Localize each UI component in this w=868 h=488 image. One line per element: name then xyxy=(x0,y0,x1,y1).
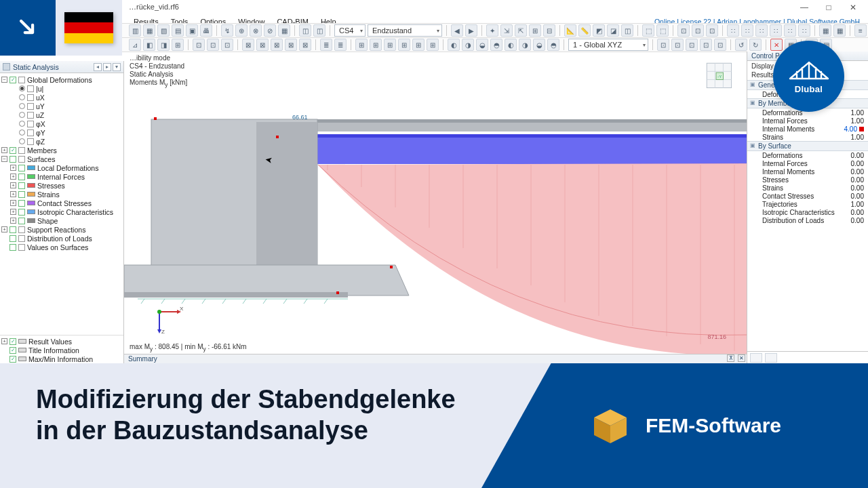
tree-expander[interactable]: + xyxy=(1,338,7,344)
tb-icon[interactable]: ◫ xyxy=(299,24,311,37)
tb-icon[interactable]: ⊡ xyxy=(221,39,233,51)
tree-cb[interactable] xyxy=(27,85,34,92)
tree-item-ux[interactable]: uX xyxy=(36,94,45,102)
tree-checkbox[interactable] xyxy=(18,200,25,207)
tb-icon[interactable]: ⊟ xyxy=(543,24,555,37)
tree-cb[interactable] xyxy=(27,112,34,119)
tree-expander[interactable]: + xyxy=(10,209,16,215)
tree-radio[interactable] xyxy=(19,121,25,127)
tree-dist-loads[interactable]: Distribution of Loads xyxy=(27,235,92,243)
tree-radio[interactable] xyxy=(19,94,25,100)
tb-icon[interactable]: ⇱ xyxy=(515,24,527,37)
tree-cb[interactable] xyxy=(27,138,34,145)
tree-checkbox[interactable] xyxy=(18,165,25,171)
tb-icon[interactable]: ◫ xyxy=(621,24,633,37)
tb-icon[interactable]: ◧ xyxy=(143,39,155,51)
cp-statusbar-button[interactable] xyxy=(750,353,762,363)
tree-expander[interactable]: + xyxy=(10,174,16,180)
tree-surfaces[interactable]: Surfaces xyxy=(27,155,55,163)
tb-icon[interactable]: ◩ xyxy=(593,24,605,37)
cp-row[interactable]: Deformations0.00 xyxy=(747,151,868,159)
tree-expander[interactable]: + xyxy=(10,165,16,171)
tb-icon[interactable]: ⊞ xyxy=(398,39,410,51)
tb-icon[interactable]: ◫ xyxy=(313,24,326,37)
cp-statusbar-button[interactable] xyxy=(765,353,777,363)
tb-pointer-icon[interactable]: ✦ xyxy=(486,24,498,37)
tb-icon[interactable]: 📐 xyxy=(564,24,576,37)
tree-checkbox[interactable] xyxy=(18,191,25,198)
tb-icon[interactable]: ≣ xyxy=(320,39,332,51)
tb-icon[interactable]: ⊡ xyxy=(714,39,726,51)
tb-icon[interactable]: ◐ xyxy=(505,39,517,51)
tb-icon[interactable]: ⊡ xyxy=(686,39,698,51)
tree-checkbox[interactable] xyxy=(9,156,16,163)
tb-delete-icon[interactable]: ✕ xyxy=(770,39,783,51)
tb-icon[interactable]: ⊿ xyxy=(129,39,141,51)
tb-icon[interactable]: ↯ xyxy=(221,24,233,37)
tb-icon[interactable]: ▧ xyxy=(157,24,170,37)
tb-icon[interactable]: ⊞ xyxy=(355,39,368,51)
combo-construction-stage[interactable]: CS4 xyxy=(334,24,366,37)
tb-icon[interactable]: ∷ xyxy=(741,24,753,37)
cp-row[interactable]: Strains1.00 xyxy=(747,133,868,141)
tree-checkbox[interactable] xyxy=(9,338,16,345)
tree-item-uz[interactable]: uZ xyxy=(36,111,44,119)
tb-icon[interactable]: 📏 xyxy=(578,24,591,37)
tb-icon[interactable]: ⊡ xyxy=(692,24,704,37)
tree-expander[interactable]: − xyxy=(1,77,7,83)
tb-icon[interactable]: ◑ xyxy=(462,39,474,51)
cp-row[interactable]: Strains0.00 xyxy=(747,184,868,192)
window-maximize-button[interactable]: □ xyxy=(816,1,841,14)
tb-icon[interactable]: ◒ xyxy=(533,39,545,51)
tree-global-deformations[interactable]: Global Deformations xyxy=(27,76,92,84)
nav-head-btn[interactable]: ◂ xyxy=(94,63,102,71)
tree-cb[interactable] xyxy=(27,94,34,101)
tree-checkbox-gray[interactable] xyxy=(18,77,25,83)
tree-item-uy[interactable]: uY xyxy=(36,102,45,110)
tb-icon[interactable]: ⊠ xyxy=(256,39,269,51)
tree-cb[interactable] xyxy=(18,156,25,163)
tb-icon[interactable]: ∷ xyxy=(770,24,782,37)
tree-item-phiy[interactable]: φY xyxy=(36,129,45,137)
cp-row[interactable]: Stresses0.00 xyxy=(747,176,868,184)
tb-icon[interactable]: ∷ xyxy=(727,24,739,37)
tree-radio[interactable] xyxy=(19,112,25,118)
tree-expander[interactable]: − xyxy=(1,156,7,162)
tb-icon[interactable]: ⊡ xyxy=(657,39,669,51)
tree-cb[interactable] xyxy=(18,235,25,242)
tree-stresses[interactable]: Stresses xyxy=(37,182,65,190)
tb-icon[interactable]: ◑ xyxy=(519,39,531,51)
tree-radio[interactable] xyxy=(19,85,25,92)
tree-item-phix[interactable]: φX xyxy=(36,120,45,128)
tb-icon[interactable]: ▶ xyxy=(465,24,477,37)
cp-row[interactable]: Distribution of Loads0.00 xyxy=(747,216,868,224)
tb-icon[interactable]: ⊠ xyxy=(285,39,297,51)
tb-icon[interactable]: ⊡ xyxy=(193,39,205,51)
cp-row-internal-moments[interactable]: Internal Moments4.00 xyxy=(747,125,868,133)
tree-contact-stresses[interactable]: Contact Stresses xyxy=(37,199,92,207)
cp-row[interactable]: Internal Moments0.00 xyxy=(747,167,868,176)
tb-icon[interactable]: ⊕ xyxy=(235,24,248,37)
tree-expander[interactable]: + xyxy=(1,147,7,153)
combo-axis-system[interactable]: 1 - Global XYZ xyxy=(568,39,648,51)
tree-shape[interactable]: Shape xyxy=(37,217,58,225)
tb-icon[interactable]: ◀ xyxy=(451,24,463,37)
tb-icon[interactable]: ∷ xyxy=(798,24,810,37)
tb-icon[interactable]: ↻ xyxy=(749,39,762,51)
tb-icon[interactable]: ▥ xyxy=(129,24,141,37)
tree-cb[interactable] xyxy=(27,121,34,127)
tree-expander[interactable]: + xyxy=(10,200,16,206)
tree-title-info[interactable]: Title Information xyxy=(28,346,79,354)
model-viewport[interactable]: …ibility mode CS4 - Endzustand Static An… xyxy=(124,52,747,363)
tb-icon[interactable]: ▣ xyxy=(186,24,198,37)
tree-cb[interactable] xyxy=(27,103,34,110)
tb-icon[interactable]: ∷ xyxy=(784,24,796,37)
summary-close-button[interactable]: ✕ xyxy=(738,354,745,362)
tb-icon[interactable]: ▤ xyxy=(172,24,184,37)
tb-icon[interactable]: ⊡ xyxy=(700,39,712,51)
tb-icon[interactable]: ⊞ xyxy=(172,39,184,51)
tb-icon[interactable]: ⊠ xyxy=(242,39,254,51)
tree-checkbox[interactable] xyxy=(9,244,16,251)
tree-checkbox[interactable] xyxy=(18,218,25,224)
tb-icon[interactable]: ◐ xyxy=(448,39,460,51)
